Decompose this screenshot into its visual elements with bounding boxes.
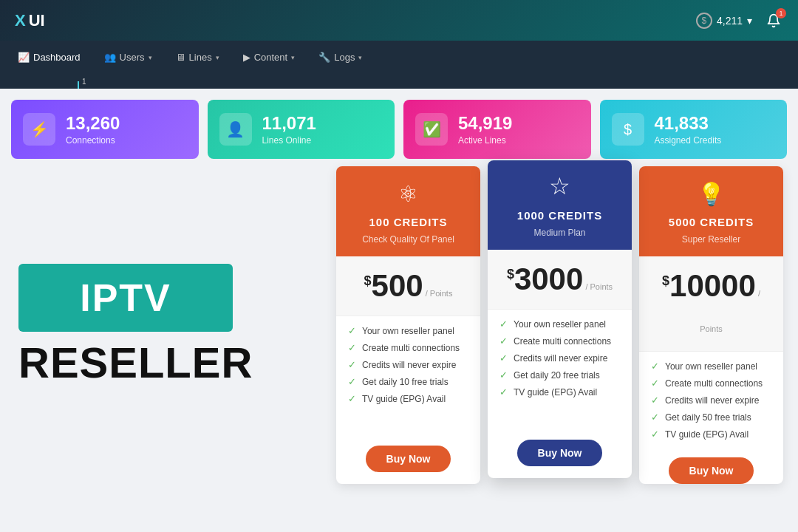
feature-item: ✓ Credits will never expire: [348, 359, 468, 370]
check-icon: ✓: [348, 393, 356, 404]
credits-value: 4,211: [717, 15, 743, 27]
plan-100-header: ⚛ 100 CREDITS Check Quality Of Panel: [336, 166, 480, 256]
active-lines-label: Active Lines: [458, 135, 512, 146]
feature-item: ✓ Get daily 50 free trials: [651, 412, 771, 423]
nav-lines[interactable]: 🖥 Lines ▾: [166, 47, 230, 67]
check-icon: ✓: [651, 395, 659, 406]
plan-5000-buy-button[interactable]: Buy Now: [669, 457, 754, 484]
plan-1000-price-row: $3000 / Points: [488, 250, 632, 310]
check-icon: ✓: [499, 352, 508, 364]
left-panel: IPTV RESELLER: [11, 166, 321, 484]
check-icon: ✓: [651, 429, 659, 440]
stat-lines-online: 👤 11,071 Lines Online: [208, 100, 395, 159]
feature-item: ✓ Credits will never expire: [499, 352, 620, 364]
plan-card-5000: 💡 5000 CREDITS Super Reseller $10000 / P…: [639, 166, 783, 484]
plan-5000-header: 💡 5000 CREDITS Super Reseller: [639, 166, 783, 256]
check-icon: ✓: [348, 376, 356, 387]
check-icon: ✓: [651, 412, 659, 423]
check-icon: ✓: [499, 335, 508, 347]
check-icon: ✓: [348, 325, 356, 336]
dollar-icon: $: [696, 13, 712, 29]
plan-1000-icon: ☆: [549, 172, 570, 200]
stat-lines-online-info: 11,071 Lines Online: [262, 113, 316, 146]
main-content: IPTV RESELLER ⚛ 100 CREDITS Check Qualit…: [0, 166, 798, 491]
plan-1000-price: $3000 / Points: [499, 262, 620, 297]
check-icon: ✓: [348, 342, 356, 353]
notification-badge: 1: [776, 8, 786, 18]
nav-content[interactable]: ▶ Content ▾: [233, 47, 306, 67]
logo: X UI: [15, 11, 45, 30]
assigned-credits-label: Assigned Credits: [655, 135, 722, 146]
plan-1000-name: Medium Plan: [533, 228, 585, 238]
tick-mark: [78, 81, 79, 89]
nav-dashboard[interactable]: 📈 Dashboard: [7, 47, 91, 67]
plan-100-footer: Buy Now: [336, 437, 480, 484]
check-icon: ✓: [499, 318, 508, 330]
plan-5000-features: ✓ Your own reseller panel ✓ Create multi…: [639, 352, 783, 449]
feature-item: ✓ TV guide (EPG) Avail: [348, 393, 468, 404]
lines-caret-icon: ▾: [216, 54, 219, 61]
lines-icon: 🖥: [176, 52, 185, 63]
feature-item: ✓ Your own reseller panel: [651, 361, 771, 372]
plan-100-credits: 100 CREDITS: [369, 216, 447, 228]
active-lines-icon: ✅: [415, 113, 448, 146]
plan-100-icon: ⚛: [398, 181, 418, 207]
stat-connections-info: 13,260 Connections: [66, 113, 120, 146]
connections-label: Connections: [66, 135, 120, 146]
check-icon: ✓: [499, 369, 508, 381]
lines-online-label: Lines Online: [262, 135, 316, 146]
dashboard-icon: 📈: [18, 52, 30, 63]
active-lines-value: 54,919: [458, 113, 512, 134]
feature-item: ✓ Get daily 10 free trials: [348, 376, 468, 387]
plan-1000-features: ✓ Your own reseller panel ✓ Create multi…: [488, 310, 632, 431]
feature-item: ✓ Create multi connections: [499, 335, 620, 347]
nav-users-label: Users: [120, 52, 145, 63]
plan-100-price: $500 / Points: [348, 268, 468, 304]
content-caret-icon: ▾: [291, 54, 295, 61]
content-icon: ▶: [243, 52, 250, 63]
lines-online-value: 11,071: [262, 113, 316, 134]
plan-1000-header: ☆ 1000 CREDITS Medium Plan: [488, 160, 632, 250]
header-right: $ 4,211 ▾ 1: [696, 11, 783, 30]
connections-icon: ⚡: [23, 113, 55, 146]
nav-users[interactable]: 👥 Users ▾: [94, 47, 163, 67]
assigned-credits-icon: $: [612, 113, 644, 146]
check-icon: ✓: [651, 361, 659, 372]
nav-logs[interactable]: 🔧 Logs ▾: [308, 47, 372, 67]
plan-100-price-row: $500 / Points: [336, 256, 480, 316]
assigned-credits-value: 41,833: [655, 113, 722, 134]
feature-item: ✓ TV guide (EPG) Avail: [651, 429, 771, 440]
credits-display[interactable]: $ 4,211 ▾: [696, 13, 752, 29]
feature-item: ✓ Create multi connections: [348, 342, 468, 353]
nav-lines-label: Lines: [189, 52, 212, 63]
stat-active-lines-info: 54,919 Active Lines: [458, 113, 512, 146]
check-icon: ✓: [499, 386, 508, 398]
nav-logs-label: Logs: [334, 52, 355, 63]
plan-5000-price: $10000 / Points: [651, 268, 771, 339]
connections-value: 13,260: [66, 113, 120, 134]
nav-content-label: Content: [254, 52, 288, 63]
feature-item: ✓ TV guide (EPG) Avail: [499, 386, 620, 398]
plan-1000-buy-button[interactable]: Buy Now: [517, 440, 603, 466]
plan-5000-credits: 5000 CREDITS: [669, 216, 754, 228]
logs-icon: 🔧: [318, 52, 330, 63]
credits-caret: ▾: [747, 15, 752, 27]
stat-connections: ⚡ 13,260 Connections: [11, 100, 199, 159]
stat-assigned-credits: $ 41,833 Assigned Credits: [600, 100, 788, 159]
pricing-cards: ⚛ 100 CREDITS Check Quality Of Panel $50…: [332, 166, 787, 484]
stat-active-lines: ✅ 54,919 Active Lines: [403, 100, 591, 159]
reseller-label: RESELLER: [18, 338, 314, 387]
feature-item: ✓ Your own reseller panel: [499, 318, 620, 330]
stat-assigned-credits-info: 41,833 Assigned Credits: [655, 113, 722, 146]
check-icon: ✓: [348, 359, 356, 370]
plan-100-buy-button[interactable]: Buy Now: [366, 446, 451, 472]
users-caret-icon: ▾: [149, 54, 152, 61]
plan-card-100: ⚛ 100 CREDITS Check Quality Of Panel $50…: [336, 166, 480, 484]
header: X UI $ 4,211 ▾ 1: [0, 0, 798, 41]
notification-icon[interactable]: 1: [764, 11, 783, 30]
plan-5000-icon: 💡: [698, 181, 725, 207]
plan-5000-price-row: $10000 / Points: [639, 256, 783, 352]
plan-5000-name: Super Reseller: [682, 234, 740, 245]
plan-100-features: ✓ Your own reseller panel ✓ Create multi…: [336, 316, 480, 437]
logo-ui: UI: [29, 11, 45, 30]
